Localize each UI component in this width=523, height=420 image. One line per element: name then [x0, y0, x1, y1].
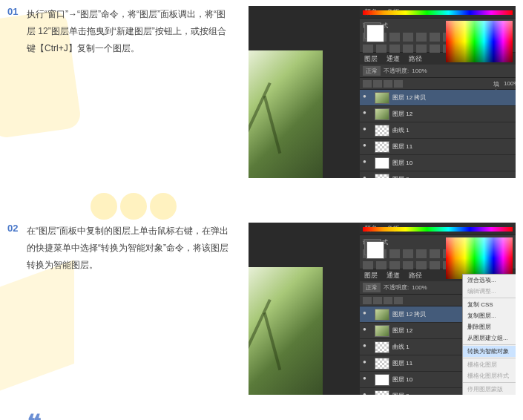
layer-thumb	[375, 92, 389, 104]
fill-label: 填充:	[493, 80, 502, 88]
layer-thumb	[375, 390, 389, 396]
menu-item[interactable]: 混合选项...	[463, 275, 516, 286]
opacity-value[interactable]: 100%	[412, 68, 427, 74]
layer-list: 图层 12 拷贝 图层 12 曲线 1 图层 11 图层 10 图层 9	[360, 90, 516, 178]
eye-icon[interactable]	[363, 175, 372, 179]
tab-paths[interactable]: 路径	[404, 53, 427, 65]
layer-thumb	[375, 125, 389, 137]
eye-icon[interactable]	[363, 110, 372, 119]
menu-separator	[463, 358, 516, 358]
layer-row[interactable]: 图层 9	[360, 171, 516, 178]
lock-icon[interactable]	[384, 297, 392, 304]
layer-thumb	[375, 157, 389, 169]
color-spectrum[interactable]	[446, 237, 513, 279]
menu-item-convert-smart-object[interactable]: 转换为智能对象	[463, 346, 516, 357]
tab-layers[interactable]: 图层	[360, 269, 382, 281]
menu-item: 编辑调整...	[463, 286, 516, 297]
color-panel	[360, 234, 516, 235]
layer-thumb	[375, 325, 389, 337]
layer-name: 图层 11	[392, 142, 412, 151]
layers-panel: 图层 通道 路径 正常 不透明度: 100% 填充: 100% 图层 12 拷贝	[360, 53, 516, 178]
ps-panels: 颜色 色板 调整 样式 图层 通道 路径 正	[360, 6, 516, 178]
eye-icon[interactable]	[363, 126, 372, 135]
lock-icon[interactable]	[394, 80, 403, 88]
layer-thumb	[375, 341, 389, 353]
canvas-photo	[249, 267, 323, 395]
step-02: 02 在“图层”面板中复制的图层上单击鼠标右键，在弹出的快捷菜单中选择“转换为智…	[7, 223, 516, 395]
menu-item[interactable]: 复制 CSS	[463, 299, 516, 310]
layer-name: 曲线 1	[392, 126, 409, 134]
layer-name: 曲线 1	[392, 343, 409, 351]
step-number: 01	[7, 6, 27, 17]
fill-value[interactable]: 100%	[504, 80, 513, 88]
layer-name: 图层 11	[392, 359, 412, 367]
layer-thumb	[375, 174, 389, 179]
tab-paths[interactable]: 路径	[404, 269, 427, 281]
color-panel	[360, 18, 516, 19]
menu-item[interactable]: 删除图层	[463, 321, 516, 332]
step-text: 执行“窗口”→“图层”命令，将“图层”面板调出，将“图层 12”图层单击拖曳到“…	[27, 6, 233, 56]
menu-item[interactable]: 从图层建立组...	[463, 332, 516, 344]
layer-name: 图层 12	[392, 327, 412, 335]
eye-icon[interactable]	[363, 327, 372, 335]
layer-name: 图层 9	[392, 175, 409, 178]
layer-thumb	[375, 108, 389, 120]
eye-icon[interactable]	[363, 392, 372, 396]
tab-channels[interactable]: 通道	[382, 269, 404, 281]
eye-icon[interactable]	[363, 159, 372, 168]
tab-layers[interactable]: 图层	[360, 53, 382, 65]
menu-item[interactable]: 复制图层...	[463, 310, 516, 321]
layer-row[interactable]: 曲线 1	[360, 122, 516, 139]
blend-mode-select[interactable]: 正常	[363, 283, 381, 292]
layer-name: 图层 10	[392, 159, 412, 167]
step-01: 01 执行“窗口”→“图层”命令，将“图层”面板调出，将“图层 12”图层单击拖…	[7, 6, 516, 178]
menu-separator	[463, 344, 516, 345]
fg-bg-swatch[interactable]	[364, 239, 381, 255]
layer-name: 图层 12 拷贝	[392, 93, 426, 102]
menu-item: 栅格化图层	[463, 359, 516, 370]
layer-name: 图层 12 拷贝	[392, 310, 426, 318]
lock-icon[interactable]	[384, 80, 392, 88]
menu-separator	[463, 382, 516, 383]
lock-icon[interactable]	[373, 80, 382, 88]
eye-icon[interactable]	[363, 142, 372, 151]
hue-strip[interactable]	[363, 10, 513, 15]
opacity-label: 不透明度:	[384, 283, 409, 292]
menu-item: 停用图层蒙版	[463, 384, 516, 395]
blend-mode-select[interactable]: 正常	[363, 66, 381, 76]
step-number: 02	[7, 223, 27, 234]
menu-item: 栅格化图层样式	[463, 370, 516, 381]
canvas-photo	[249, 50, 323, 178]
ps-panels: 颜色 色板 调整 样式 图层 通道 路径 正	[360, 223, 516, 395]
opacity-label: 不透明度:	[384, 67, 409, 75]
lock-icon[interactable]	[373, 297, 382, 304]
lock-icon[interactable]	[363, 80, 372, 88]
quote-open-icon: ❝	[27, 417, 227, 420]
layer-row[interactable]: 图层 12 拷贝	[360, 90, 516, 106]
layer-name: 图层 12	[392, 110, 412, 118]
color-spectrum[interactable]	[446, 21, 513, 62]
opacity-value[interactable]: 100%	[412, 284, 427, 291]
eye-icon[interactable]	[363, 375, 372, 384]
layer-thumb	[375, 309, 389, 321]
layer-row[interactable]: 图层 10	[360, 155, 516, 171]
eye-icon[interactable]	[363, 93, 372, 102]
eye-icon[interactable]	[363, 310, 372, 319]
hue-strip[interactable]	[363, 227, 513, 232]
fg-bg-swatch[interactable]	[364, 22, 381, 39]
lock-icon[interactable]	[363, 297, 372, 304]
layer-name: 图层 9	[392, 392, 409, 395]
eye-icon[interactable]	[363, 343, 372, 352]
layer-row[interactable]: 图层 11	[360, 139, 516, 155]
layer-thumb	[375, 141, 389, 153]
lock-icon[interactable]	[394, 297, 403, 304]
layer-name: 图层 10	[392, 375, 412, 384]
menu-separator	[463, 298, 516, 298]
eye-icon[interactable]	[363, 359, 372, 368]
tab-channels[interactable]: 通道	[382, 53, 404, 65]
layer-context-menu: 混合选项... 编辑调整... 复制 CSS 复制图层... 删除图层 从图层建…	[462, 274, 516, 395]
screenshot-step-01: 颜色 色板 调整 样式 图层 通道 路径 正	[249, 6, 516, 178]
screenshot-step-02: 颜色 色板 调整 样式 图层 通道 路径 正	[249, 223, 516, 395]
layer-row[interactable]: 图层 12	[360, 106, 516, 122]
author-note: ❝ 作者心得 因为我们要对图层进行滤镜处理，所以要将其转换为智能图层，这样更方便…	[27, 417, 227, 420]
